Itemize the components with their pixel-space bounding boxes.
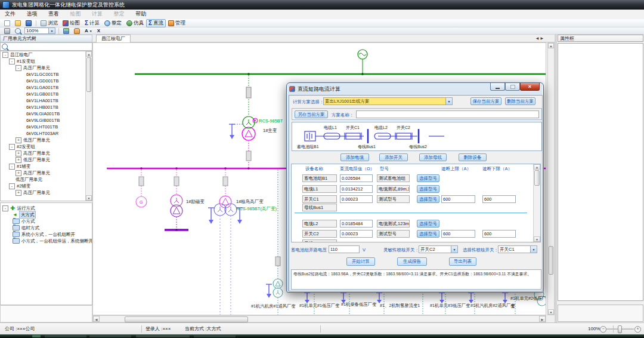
lower-limit-input[interactable]	[482, 230, 516, 238]
save-as-button[interactable]: 另存当前方案	[295, 110, 328, 118]
table-scrollbar[interactable]: ▲ ▼	[533, 164, 540, 242]
tree-item[interactable]: 6kV9LGIA001TB	[1, 110, 92, 117]
fuse-symbol[interactable]	[246, 151, 251, 161]
expand-icon[interactable]: -	[2, 52, 8, 58]
close-button[interactable]: ×	[520, 83, 540, 91]
scrollbar-thumb[interactable]	[125, 317, 248, 322]
scrollbar-thumb[interactable]	[86, 57, 91, 92]
fuse-symbol[interactable]	[174, 177, 179, 186]
generate-report-button[interactable]: 生成报告	[397, 257, 427, 266]
delete-tool-button[interactable]: X	[95, 27, 103, 35]
tree-item[interactable]: -昌江核电厂	[1, 51, 92, 58]
add-switch-button[interactable]: 添加开关	[379, 153, 408, 161]
dialog-title-bar[interactable]: 直流短路电流计算	[289, 84, 340, 94]
selectivity-switch-combo[interactable]: 开关C1 ▼	[498, 245, 537, 253]
tree-item[interactable]: +低压厂用单元	[1, 137, 92, 143]
chevron-down-icon[interactable]: ▼	[445, 98, 452, 105]
menu-file[interactable]: 文件	[0, 10, 20, 19]
tree-item[interactable]: 6kV1LGC001TB	[1, 71, 92, 78]
tree-item[interactable]: 6kV1LGA001TB	[1, 84, 92, 91]
tree-item[interactable]: +高压厂用单元	[1, 170, 92, 176]
scroll-up-icon[interactable]: ▲	[534, 164, 540, 170]
resistance-input[interactable]	[340, 230, 373, 238]
resistance-input[interactable]	[340, 185, 373, 193]
tree-scrollbar[interactable]: ▲ ▼	[85, 51, 92, 201]
tree-item[interactable]: +高压厂用单元	[1, 189, 92, 196]
tree-item[interactable]: 6kV1LGB001TB	[1, 91, 92, 97]
image-button[interactable]	[61, 27, 72, 35]
expand-icon[interactable]: -	[2, 205, 8, 211]
zoom-out-icon[interactable]: −	[600, 326, 606, 333]
generator-symbol[interactable]	[358, 50, 367, 74]
canvas-vertical-scrollbar[interactable]: ▲ ▼	[547, 42, 555, 315]
scroll-down-icon[interactable]: ▼	[86, 195, 92, 201]
tree-item[interactable]: -#2辅变	[1, 183, 92, 189]
fuse-symbol[interactable]	[246, 87, 251, 98]
fuse-symbol[interactable]	[223, 177, 228, 186]
draw-button[interactable]: 绘图	[60, 19, 82, 27]
expand-icon[interactable]: +	[16, 137, 21, 143]
expand-icon[interactable]: -	[9, 183, 15, 189]
save-scheme-button[interactable]: 保存当前方案	[470, 97, 501, 105]
zoom-level-combo[interactable]: 100% ▼	[24, 27, 55, 34]
expand-icon[interactable]: -	[9, 144, 15, 150]
tree-item[interactable]: -高压厂用单元	[1, 64, 92, 71]
font-button[interactable]: A▼	[82, 27, 95, 35]
canvas-horizontal-scrollbar[interactable]: ◀ ▶	[92, 315, 546, 322]
minimize-button[interactable]	[490, 83, 505, 91]
zoom-slider-thumb[interactable]	[618, 325, 622, 333]
expand-icon[interactable]: +	[16, 190, 21, 196]
dc-calc-button[interactable]: Σ直流	[146, 19, 166, 27]
aux-transformer-branch[interactable]	[266, 170, 283, 315]
open-file-button[interactable]	[13, 19, 23, 27]
scroll-up-icon[interactable]: ▲	[86, 51, 92, 57]
battery-symbol[interactable]	[305, 131, 315, 141]
scrollbar-thumb[interactable]	[534, 170, 540, 186]
scheme-combo[interactable]: 直出LXJ1001出线方案 ▼	[323, 97, 453, 105]
select-model-button[interactable]: 选择型号	[417, 195, 439, 203]
expand-icon[interactable]: -	[16, 65, 21, 71]
upper-limit-input[interactable]	[441, 195, 475, 203]
lower-limit-input[interactable]	[482, 195, 516, 203]
expand-icon[interactable]: -	[9, 164, 15, 170]
menu-options[interactable]: 选项	[22, 10, 42, 19]
tree-item[interactable]: 小方式，一台机组停运，系统侧断开	[1, 238, 92, 244]
scheme-name-input[interactable]	[356, 110, 539, 118]
tree-item[interactable]: -#1辅变	[1, 163, 92, 170]
sensitivity-switch-combo[interactable]: 开关C2 ▼	[419, 245, 458, 253]
tree-item[interactable]: +高压厂用单元	[1, 150, 92, 156]
tree-item[interactable]: -#2发变组	[1, 143, 92, 150]
delete-device-button[interactable]: 删除设备	[459, 153, 487, 161]
new-file-button[interactable]	[2, 19, 13, 27]
zoom-tool-button[interactable]	[13, 27, 23, 35]
expand-icon[interactable]: +	[16, 170, 21, 176]
expand-icon[interactable]: +	[16, 157, 21, 163]
manage-button[interactable]: 管理	[166, 19, 188, 27]
tree-item[interactable]: 低压厂用单元	[1, 176, 92, 183]
pan-button[interactable]	[72, 27, 82, 35]
tab-plant[interactable]: 昌江核电厂	[96, 35, 131, 42]
select-model-button[interactable]: 选择型号	[417, 185, 439, 193]
resistance-input[interactable]	[340, 174, 373, 182]
battery-voltage-input[interactable]	[329, 245, 360, 253]
tree-item[interactable]: +低压厂用单元	[1, 156, 92, 163]
select-model-button[interactable]: 选择型号	[417, 174, 439, 182]
select-model-button[interactable]: 选择型号	[417, 220, 439, 228]
resistance-input[interactable]	[340, 195, 373, 203]
chevron-down-icon[interactable]: ▼	[451, 246, 457, 253]
maximize-button[interactable]	[505, 83, 520, 91]
fuse-symbol[interactable]	[139, 177, 144, 186]
export-list-button[interactable]: 导出列表	[449, 257, 476, 266]
tree-item[interactable]: 6kV0LHT003AR	[1, 130, 92, 137]
scroll-up-icon[interactable]: ▲	[548, 43, 554, 48]
scroll-down-icon[interactable]: ▼	[548, 309, 554, 315]
scroll-down-icon[interactable]: ▼	[534, 236, 540, 242]
generator-branch[interactable]: G	[136, 170, 147, 207]
add-cable-button[interactable]: 添加电缆	[340, 153, 369, 161]
tree-item[interactable]: ◄大方式	[1, 211, 92, 218]
upper-limit-input[interactable]	[441, 230, 475, 238]
delete-scheme-button[interactable]: 删除当前方案	[505, 97, 535, 105]
setting-button[interactable]: 整定	[102, 19, 124, 27]
calc-button[interactable]: Σ计算	[82, 19, 102, 27]
zoom-in-icon[interactable]: +	[634, 326, 641, 333]
